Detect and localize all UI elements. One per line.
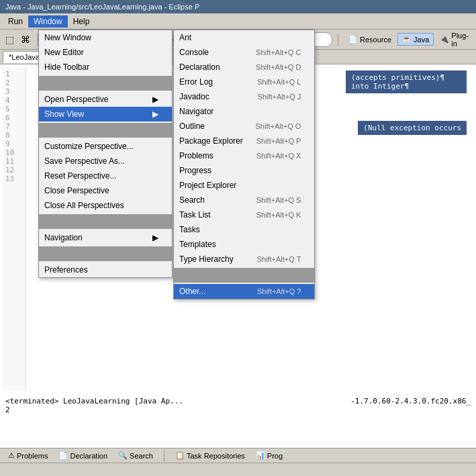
show-view-progress[interactable]: Progress	[174, 163, 314, 178]
menu-close-perspective[interactable]: Close Perspective	[39, 183, 172, 198]
menu-show-view[interactable]: Show View ▶	[39, 107, 172, 122]
show-view-type-hierarchy[interactable]: Type Hierarchy Shift+Alt+Q T	[174, 252, 314, 267]
show-view-problems[interactable]: Problems Shift+Alt+Q X	[174, 148, 314, 163]
show-view-task-list[interactable]: Task List Shift+Alt+Q K	[174, 207, 314, 222]
open-perspective-arrow: ▶	[152, 95, 158, 104]
show-view-templates[interactable]: Templates	[174, 237, 314, 252]
show-view-ant[interactable]: Ant	[174, 30, 314, 45]
window-sep-2	[39, 123, 172, 138]
show-view-console[interactable]: Console Shift+Alt+Q C	[174, 45, 314, 60]
show-view-outline[interactable]: Outline Shift+Alt+Q O	[174, 119, 314, 134]
show-view-sep	[174, 268, 314, 283]
menu-hide-toolbar[interactable]: Hide Toolbar	[39, 60, 172, 75]
navigation-arrow: ▶	[152, 233, 158, 242]
show-view-popup: Ant Console Shift+Alt+Q C Declaration Sh…	[173, 30, 315, 299]
show-view-error-log[interactable]: Error Log Shift+Alt+Q L	[174, 75, 314, 89]
other-shortcut: Shift+Alt+Q ?	[257, 287, 301, 295]
show-view-tasks[interactable]: Tasks	[174, 222, 314, 237]
menu-new-window[interactable]: New Window	[39, 30, 172, 45]
show-view-other[interactable]: Other... Shift+Alt+Q ?	[174, 284, 314, 299]
menu-customize-perspective[interactable]: Customize Perspective...	[39, 139, 172, 154]
show-view-arrow: ▶	[152, 109, 158, 119]
show-view-project-explorer[interactable]: Project Explorer	[174, 178, 314, 193]
menu-preferences[interactable]: Preferences	[39, 263, 172, 277]
show-view-search[interactable]: Search Shift+Alt+Q S	[174, 193, 314, 207]
menu-navigation[interactable]: Navigation ▶	[39, 230, 172, 245]
menu-close-all-perspectives[interactable]: Close All Perspectives	[39, 198, 172, 213]
window-sep-1	[39, 76, 172, 91]
menu-new-editor[interactable]: New Editor	[39, 45, 172, 60]
menu-open-perspective[interactable]: Open Perspective ▶	[39, 92, 172, 107]
window-menu-popup: New Window New Editor Hide Toolbar Open …	[38, 30, 173, 278]
dropdown-overlay: New Window New Editor Hide Toolbar Open …	[0, 0, 476, 476]
menu-reset-perspective[interactable]: Reset Perspective...	[39, 169, 172, 183]
show-view-navigator[interactable]: Navigator	[174, 104, 314, 119]
window-sep-4	[39, 246, 172, 261]
menu-save-perspective[interactable]: Save Perspective As...	[39, 154, 172, 169]
show-view-package-explorer[interactable]: Package Explorer Shift+Alt+Q P	[174, 134, 314, 148]
show-view-declaration[interactable]: Declaration Shift+Alt+Q D	[174, 60, 314, 75]
show-view-javadoc[interactable]: Javadoc Shift+Alt+Q J	[174, 89, 314, 104]
window-sep-3	[39, 214, 172, 229]
